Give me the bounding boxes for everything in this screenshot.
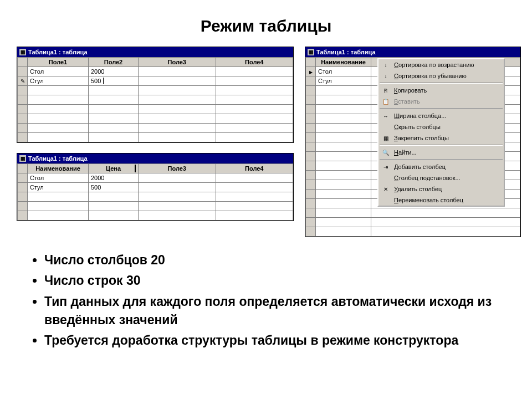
cell[interactable] — [216, 67, 293, 76]
table-row[interactable] — [18, 86, 293, 95]
table-row[interactable] — [18, 105, 293, 114]
cell[interactable]: 500 — [89, 76, 139, 86]
context-menu: ↓Сортировка по возрастанию↓Сортировка по… — [377, 58, 505, 207]
col-header[interactable]: Поле3 — [139, 58, 216, 67]
row-selector[interactable] — [18, 67, 28, 76]
cell[interactable] — [216, 173, 293, 183]
row-selector-editing[interactable]: ✎ — [18, 76, 28, 86]
menu-item[interactable]: Переименовать столбец — [378, 195, 504, 206]
table-icon: ▦ — [308, 49, 314, 55]
grid-1[interactable]: Поле1 Поле2 Поле3 Поле4 Стол 2000 ✎ Стул… — [17, 57, 293, 142]
col-header[interactable]: Поле4 — [216, 58, 293, 67]
select-all-cell[interactable] — [18, 58, 28, 67]
bullet-list: Число столбцов 20 Число строк 30 Тип дан… — [0, 237, 532, 350]
menu-item[interactable]: ▦Закрепить столбцы — [378, 132, 504, 144]
bullet-item: Число строк 30 — [44, 272, 502, 290]
row-selector[interactable] — [18, 183, 28, 192]
table-row[interactable]: Стол 2000 — [18, 67, 293, 76]
paste-icon: 📋 — [381, 97, 391, 106]
titlebar-text: Таблица1 : таблица — [28, 155, 88, 162]
cell[interactable]: Стул — [28, 76, 89, 86]
menu-item-label: Переименовать столбец — [394, 197, 463, 203]
menu-item-label: Найти... — [394, 149, 417, 156]
cell[interactable]: Стол — [28, 173, 89, 183]
col-header[interactable]: Поле3 — [139, 164, 216, 173]
menu-item[interactable]: ↔Ширина столбца... — [378, 110, 504, 121]
copy-icon: ⎘ — [381, 86, 391, 95]
table-row[interactable] — [18, 211, 293, 221]
cell[interactable]: 500 — [89, 183, 139, 192]
blank-icon — [381, 173, 391, 182]
menu-item: 📋Вставить — [378, 96, 504, 107]
cell[interactable] — [139, 183, 216, 192]
menu-item-label: Столбец подстановок... — [394, 175, 461, 181]
menu-item[interactable]: ↓Сортировка по убыванию — [378, 70, 504, 81]
cell[interactable]: Стол — [316, 67, 371, 76]
select-all-cell[interactable] — [18, 164, 28, 173]
bullet-item: Число столбцов 20 — [44, 251, 502, 269]
datasheet-window-1: ▦ Таблица1 : таблица Поле1 Поле2 Поле3 П… — [17, 47, 294, 143]
grid-2[interactable]: Наименование Цена Поле3 Поле4 Стол 2000 … — [17, 163, 293, 221]
menu-item-label: Удалить столбец — [394, 186, 442, 192]
table-row[interactable] — [18, 202, 293, 211]
col-header[interactable]: Поле4 — [216, 164, 293, 173]
titlebar-1: ▦ Таблица1 : таблица — [17, 47, 293, 57]
table-row[interactable] — [18, 114, 293, 124]
titlebar-text: Таблица1 : таблица — [316, 49, 376, 55]
cell[interactable]: 2000 — [89, 173, 139, 183]
col-header[interactable]: Поле1 — [28, 58, 89, 67]
cell[interactable]: Стул — [316, 76, 371, 86]
cell[interactable]: 2000 — [89, 67, 139, 76]
menu-item[interactable]: Столбец подстановок... — [378, 172, 504, 183]
sort-desc-icon: ↓ — [381, 71, 391, 80]
table-row[interactable]: ✎ Стул 500 — [18, 76, 293, 86]
cell[interactable] — [139, 67, 216, 76]
select-all-cell[interactable] — [306, 58, 316, 67]
table-row[interactable] — [18, 133, 293, 142]
menu-item[interactable]: ⎘Копировать — [378, 85, 504, 96]
cell[interactable]: Стол — [28, 67, 89, 76]
table-row[interactable] — [18, 124, 293, 133]
cell[interactable] — [216, 76, 293, 86]
menu-item[interactable]: ⇥Добавить столбец — [378, 161, 504, 172]
find-icon: 🔍 — [381, 148, 391, 157]
menu-separator — [380, 83, 503, 84]
menu-item-label: Копировать — [394, 87, 427, 94]
cell[interactable] — [139, 173, 216, 183]
menu-separator — [380, 108, 503, 109]
menu-separator — [380, 145, 503, 146]
row-selector-current[interactable] — [306, 67, 316, 76]
menu-item-label: Скрыть столбцы — [394, 124, 441, 130]
bullet-item: Тип данных для каждого поля определяется… — [44, 293, 502, 330]
menu-item-label: Добавить столбец — [394, 163, 446, 170]
titlebar-text: Таблица1 : таблица — [28, 49, 88, 55]
delete-col-icon: ✕ — [381, 185, 391, 193]
menu-item[interactable]: ✕Удалить столбец — [378, 183, 504, 195]
col-header[interactable]: Наименование — [316, 58, 371, 67]
menu-item[interactable]: 🔍Найти... — [378, 147, 504, 158]
cell[interactable] — [139, 76, 216, 86]
cell[interactable] — [216, 183, 293, 192]
menu-separator — [380, 159, 503, 160]
width-icon: ↔ — [381, 111, 391, 120]
table-row[interactable] — [18, 95, 293, 105]
table-row[interactable]: Стул 500 — [18, 183, 293, 192]
col-header[interactable]: Наименование — [28, 164, 89, 173]
col-header-selected[interactable]: Цена — [89, 164, 139, 173]
freeze-icon: ▦ — [381, 134, 391, 142]
menu-item-label: Вставить — [394, 98, 420, 105]
table-icon: ▦ — [19, 155, 26, 162]
datasheet-window-3: ▦ Таблица1 : таблица Наименование Стол С… — [305, 47, 521, 237]
row-selector[interactable] — [306, 76, 316, 86]
menu-item[interactable]: Скрыть столбцы — [378, 121, 504, 132]
table-row[interactable] — [18, 192, 293, 202]
page-title: Режим таблицы — [0, 0, 532, 47]
menu-item[interactable]: ↓Сортировка по возрастанию — [378, 59, 504, 70]
blank-icon — [381, 122, 391, 131]
titlebar-3: ▦ Таблица1 : таблица — [305, 47, 520, 57]
row-selector[interactable] — [18, 173, 28, 183]
menu-item-label: Ширина столбца... — [394, 112, 446, 119]
cell[interactable]: Стул — [28, 183, 89, 192]
table-row[interactable]: Стол 2000 — [18, 173, 293, 183]
col-header[interactable]: Поле2 — [89, 58, 139, 67]
